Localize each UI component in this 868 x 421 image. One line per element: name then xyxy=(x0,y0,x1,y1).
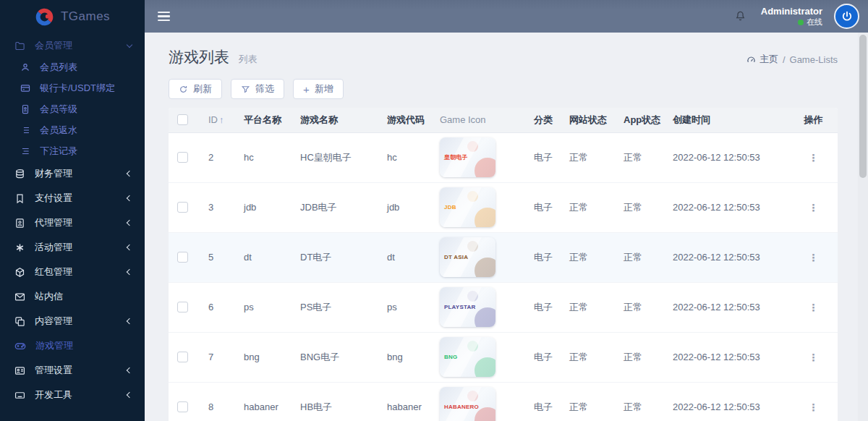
stream-icon xyxy=(20,146,30,156)
bookmark-icon xyxy=(14,193,25,204)
row-checkbox[interactable] xyxy=(177,202,188,213)
online-status-dot xyxy=(798,20,804,25)
copy-icon xyxy=(14,316,25,327)
table-row: 6 ps PS电子 ps PLAYSTAR 电子 正常 正常 2022-06-1… xyxy=(169,282,838,332)
folder-icon xyxy=(14,41,25,51)
row-checkbox[interactable] xyxy=(177,302,188,312)
chevron-left-icon xyxy=(127,392,132,398)
user-icon xyxy=(20,62,30,72)
user-menu[interactable]: Administrator 在线 xyxy=(761,6,822,27)
column-header-site-status[interactable]: 网站状态 xyxy=(561,108,615,132)
plus-icon: + xyxy=(303,84,310,95)
table-row: 5 dt DT电子 dt DT ASIA 电子 正常 正常 2022-06-12… xyxy=(169,232,838,282)
chevron-left-icon xyxy=(127,269,132,275)
add-button[interactable]: + 新增 xyxy=(293,79,344,99)
chevron-left-icon xyxy=(127,171,132,177)
chevron-left-icon xyxy=(127,220,132,226)
refresh-button[interactable]: 刷新 xyxy=(169,79,222,99)
power-icon xyxy=(841,10,854,23)
sidebar-item-content-management[interactable]: 内容管理 xyxy=(0,309,145,333)
scrollbar-thumb[interactable] xyxy=(859,35,867,178)
sidebar-item-site-messages[interactable]: 站内信 xyxy=(0,284,145,309)
row-checkbox[interactable] xyxy=(177,152,188,163)
game-icon-thumbnail: BNG xyxy=(440,337,495,377)
sidebar-item-payment-settings[interactable]: 支付设置 xyxy=(0,186,145,210)
sidebar-item-activity-management[interactable]: 活动管理 xyxy=(0,235,145,260)
chevron-left-icon xyxy=(127,318,132,324)
table-row: 7 bng BNG电子 bng BNG 电子 正常 正常 2022-06-12 … xyxy=(169,332,838,382)
list-icon xyxy=(20,125,30,135)
gamepad-icon xyxy=(14,340,26,352)
sidebar-menu: 会员管理 会员列表 银行卡/USDT绑定 会员等级 会员返水 下注记录 财务管理 xyxy=(0,33,145,407)
topbar: Administrator 在线 xyxy=(145,0,868,33)
column-header-game-name[interactable]: 游戏名称 xyxy=(292,108,378,132)
row-actions-menu-icon[interactable]: ⋮ xyxy=(809,302,819,313)
row-actions-menu-icon[interactable]: ⋮ xyxy=(809,202,819,213)
table-card: ID↑ 平台名称 游戏名称 游戏代码 Game Icon 分类 网站状态 App… xyxy=(169,108,838,421)
select-all-checkbox[interactable] xyxy=(177,114,188,125)
sidebar-item-agent-management[interactable]: 代理管理 xyxy=(0,210,145,235)
row-checkbox[interactable] xyxy=(177,401,188,412)
sidebar-item-member-management[interactable]: 会员管理 xyxy=(0,35,145,56)
column-header-game-code[interactable]: 游戏代码 xyxy=(378,108,431,132)
main-content: 游戏列表 列表 主页 / Game-Lists 刷新 筛选 + 新增 xyxy=(145,33,868,421)
id-badge-icon xyxy=(20,104,30,114)
table-header-row: ID↑ 平台名称 游戏名称 游戏代码 Game Icon 分类 网站状态 App… xyxy=(169,108,838,132)
column-header-platform[interactable]: 平台名称 xyxy=(235,108,292,132)
notifications-bell-icon[interactable] xyxy=(734,10,746,22)
column-header-id[interactable]: ID↑ xyxy=(200,108,235,132)
page-scrollbar[interactable] xyxy=(858,33,868,421)
database-icon xyxy=(14,169,25,179)
user-name: Administrator xyxy=(761,6,822,17)
funnel-icon xyxy=(241,85,250,94)
sidebar-item-member-rebate[interactable]: 会员返水 xyxy=(0,119,145,140)
row-actions-menu-icon[interactable]: ⋮ xyxy=(809,401,819,413)
chevron-left-icon xyxy=(127,244,132,250)
table-row: 8 habaner HB电子 habaner HABANERO 电子 正常 正常… xyxy=(169,382,838,421)
sidebar-item-redpacket-management[interactable]: 红包管理 xyxy=(0,260,145,284)
tgames-logo-icon xyxy=(35,7,54,27)
breadcrumb-home-link[interactable]: 主页 xyxy=(746,53,778,66)
breadcrumb-separator: / xyxy=(783,54,786,65)
portrait-icon xyxy=(14,218,25,229)
row-actions-menu-icon[interactable]: ⋮ xyxy=(809,152,819,163)
envelope-icon xyxy=(14,292,25,302)
address-card-icon xyxy=(14,365,25,376)
column-header-game-icon[interactable]: Game Icon xyxy=(431,108,525,132)
credit-card-icon xyxy=(20,83,30,93)
column-header-app-status[interactable]: App状态 xyxy=(615,108,664,132)
sidebar-item-member-list[interactable]: 会员列表 xyxy=(0,56,145,77)
row-actions-menu-icon[interactable]: ⋮ xyxy=(809,252,819,263)
logout-power-button[interactable] xyxy=(834,4,859,29)
game-icon-thumbnail: HABANERO xyxy=(440,387,495,421)
game-icon-thumbnail: 皇朝电子 xyxy=(440,137,495,177)
menu-toggle-button[interactable] xyxy=(145,0,184,33)
filter-button[interactable]: 筛选 xyxy=(231,79,284,99)
sidebar-item-dev-tools[interactable]: 开发工具 xyxy=(0,383,145,407)
toolbar: 刷新 筛选 + 新增 xyxy=(169,79,838,99)
breadcrumb: 主页 / Game-Lists xyxy=(746,47,838,66)
sidebar: TGames 会员管理 会员列表 银行卡/USDT绑定 会员等级 会员返水 下注… xyxy=(0,0,145,421)
sidebar-item-finance-management[interactable]: 财务管理 xyxy=(0,161,145,186)
row-checkbox[interactable] xyxy=(177,252,188,263)
chevron-down-icon xyxy=(127,41,132,47)
sidebar-item-bet-records[interactable]: 下注记录 xyxy=(0,140,145,161)
tachometer-icon xyxy=(746,55,756,64)
table-row: 3 jdb JDB电子 jdb JDB 电子 正常 正常 2022-06-12 … xyxy=(169,182,838,232)
refresh-icon xyxy=(179,85,188,94)
row-actions-menu-icon[interactable]: ⋮ xyxy=(809,352,819,363)
column-header-category[interactable]: 分类 xyxy=(525,108,561,132)
column-header-created[interactable]: 创建时间 xyxy=(664,108,789,132)
logo[interactable]: TGames xyxy=(0,0,145,33)
sidebar-item-game-management[interactable]: 游戏管理 xyxy=(0,333,145,358)
chevron-left-icon xyxy=(127,367,132,373)
sidebar-item-admin-settings[interactable]: 管理设置 xyxy=(0,358,145,383)
chevron-left-icon xyxy=(127,195,132,201)
online-status-label: 在线 xyxy=(807,17,822,27)
page-title: 游戏列表 xyxy=(169,48,229,65)
column-header-actions: 操作 xyxy=(789,108,838,132)
row-checkbox[interactable] xyxy=(177,352,188,362)
logo-text: TGames xyxy=(61,9,110,24)
sidebar-item-bank-usdt-binding[interactable]: 银行卡/USDT绑定 xyxy=(0,77,145,98)
sidebar-item-member-level[interactable]: 会员等级 xyxy=(0,98,145,119)
